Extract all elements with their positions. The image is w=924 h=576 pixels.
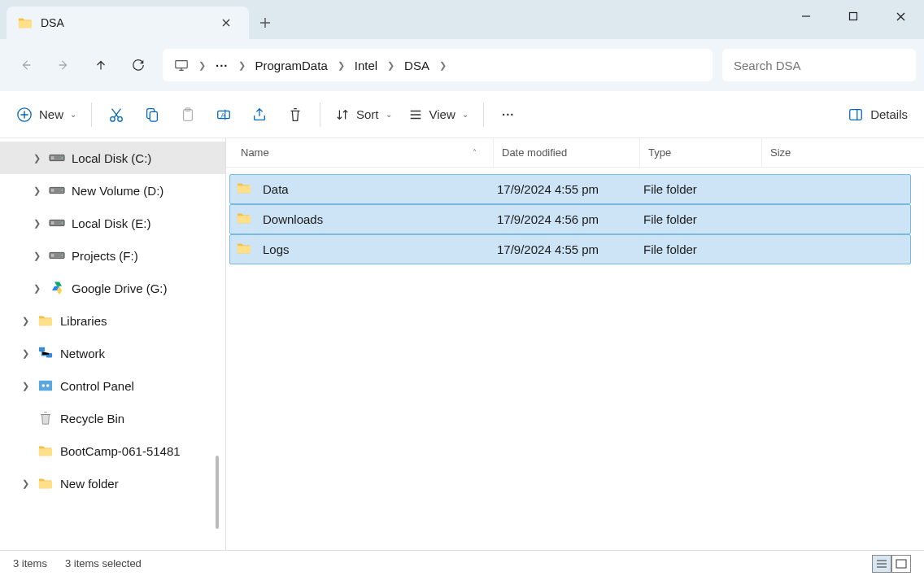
file-row[interactable]: Downloads17/9/2024 4:56 pmFile folder bbox=[229, 204, 911, 234]
column-headers: Name˄ Date modified Type Size bbox=[226, 138, 924, 168]
sidebar-item[interactable]: ❯Network bbox=[0, 337, 225, 369]
sidebar-item[interactable]: BootCamp-061-51481 bbox=[0, 434, 225, 467]
breadcrumb-segment[interactable]: Intel bbox=[348, 52, 384, 78]
separator bbox=[91, 103, 92, 127]
address-bar[interactable]: ❯ ··· ❯ ProgramData ❯ Intel ❯ DSA ❯ bbox=[163, 49, 713, 81]
svg-point-28 bbox=[46, 384, 50, 387]
folder-icon bbox=[37, 475, 54, 491]
sidebar-item-label: Network bbox=[60, 347, 105, 360]
sort-button[interactable]: Sort ⌄ bbox=[327, 98, 400, 131]
file-date: 17/9/2024 4:56 pm bbox=[497, 212, 643, 226]
tab-current[interactable]: DSA bbox=[7, 7, 249, 39]
recycle-icon bbox=[37, 410, 54, 426]
expand-icon[interactable]: ❯ bbox=[31, 283, 42, 294]
sidebar[interactable]: ❯Local Disk (C:)❯New Volume (D:)❯Local D… bbox=[0, 138, 226, 550]
sidebar-item[interactable]: ❯Libraries bbox=[0, 304, 225, 337]
folder-icon bbox=[18, 15, 33, 30]
svg-point-23 bbox=[61, 255, 63, 256]
svg-rect-0 bbox=[850, 13, 857, 20]
svg-rect-6 bbox=[150, 111, 157, 121]
folder-icon bbox=[37, 312, 54, 329]
details-view-button[interactable] bbox=[872, 555, 891, 573]
chevron-right-icon[interactable]: ❯ bbox=[195, 60, 209, 71]
view-button[interactable]: View ⌄ bbox=[400, 98, 477, 131]
pc-icon[interactable] bbox=[168, 52, 195, 78]
cut-button[interactable] bbox=[98, 98, 134, 131]
share-button[interactable] bbox=[242, 98, 277, 131]
expand-icon[interactable]: ❯ bbox=[20, 478, 31, 489]
file-row[interactable]: Data17/9/2024 4:55 pmFile folder bbox=[229, 174, 911, 204]
maximize-button[interactable] bbox=[830, 0, 877, 33]
expand-icon[interactable]: ❯ bbox=[31, 218, 42, 229]
search-box[interactable] bbox=[722, 49, 916, 81]
expand-icon[interactable]: ❯ bbox=[20, 316, 31, 326]
new-tab-button[interactable] bbox=[249, 7, 281, 39]
control-icon bbox=[37, 377, 54, 394]
chevron-right-icon[interactable]: ❯ bbox=[436, 60, 450, 71]
chevron-right-icon[interactable]: ❯ bbox=[235, 60, 249, 71]
details-button[interactable]: Details bbox=[839, 98, 916, 131]
item-count: 3 items bbox=[13, 557, 47, 569]
expand-icon[interactable]: ❯ bbox=[31, 153, 42, 164]
file-list[interactable]: Data17/9/2024 4:55 pmFile folderDownload… bbox=[226, 168, 924, 271]
folder-icon bbox=[37, 443, 54, 459]
expand-icon[interactable]: ❯ bbox=[31, 251, 42, 261]
file-type: File folder bbox=[643, 182, 765, 196]
file-type: File folder bbox=[643, 242, 765, 256]
sidebar-item-label: New folder bbox=[60, 477, 119, 491]
rename-button[interactable]: A bbox=[206, 98, 242, 131]
tab-title: DSA bbox=[41, 16, 215, 29]
scrollbar-thumb[interactable] bbox=[216, 456, 219, 529]
forward-button[interactable] bbox=[46, 47, 81, 83]
sidebar-item[interactable]: ❯Projects (F:) bbox=[0, 239, 225, 272]
sidebar-item[interactable]: ❯Local Disk (E:) bbox=[0, 207, 225, 239]
expand-icon[interactable]: ❯ bbox=[20, 381, 31, 391]
paste-button[interactable] bbox=[170, 98, 206, 131]
copy-button[interactable] bbox=[134, 98, 170, 131]
sidebar-item[interactable]: ❯Control Panel bbox=[0, 369, 225, 402]
column-size[interactable]: Size bbox=[761, 138, 924, 167]
ellipsis-icon[interactable]: ··· bbox=[209, 52, 235, 78]
column-date[interactable]: Date modified bbox=[493, 138, 639, 167]
body: ❯Local Disk (C:)❯New Volume (D:)❯Local D… bbox=[0, 138, 924, 550]
chevron-down-icon: ⌄ bbox=[386, 110, 392, 119]
breadcrumb-segment[interactable]: DSA bbox=[398, 52, 436, 78]
tab-close-button[interactable] bbox=[215, 11, 238, 34]
sidebar-item[interactable]: ❯New folder bbox=[0, 467, 225, 500]
thumbnails-view-button[interactable] bbox=[891, 555, 911, 573]
search-input[interactable] bbox=[734, 59, 904, 72]
folder-icon bbox=[237, 211, 255, 229]
navbar: ❯ ··· ❯ ProgramData ❯ Intel ❯ DSA ❯ bbox=[0, 39, 924, 91]
sidebar-item[interactable]: ❯Google Drive (G:) bbox=[0, 272, 225, 304]
svg-point-27 bbox=[42, 384, 46, 387]
delete-button[interactable] bbox=[277, 98, 313, 131]
sidebar-item-label: Control Panel bbox=[60, 379, 134, 393]
sidebar-item[interactable]: ❯Local Disk (C:) bbox=[0, 142, 225, 174]
disk-icon bbox=[49, 247, 65, 264]
details-label: Details bbox=[870, 107, 908, 121]
breadcrumb-segment[interactable]: ProgramData bbox=[249, 52, 334, 78]
sidebar-item-label: BootCamp-061-51481 bbox=[60, 444, 181, 458]
expand-icon[interactable]: ❯ bbox=[31, 185, 42, 196]
up-button[interactable] bbox=[83, 47, 119, 83]
file-row[interactable]: Logs17/9/2024 4:55 pmFile folder bbox=[229, 234, 911, 264]
chevron-right-icon[interactable]: ❯ bbox=[384, 60, 398, 71]
expand-icon[interactable]: ❯ bbox=[20, 348, 31, 359]
svg-rect-19 bbox=[51, 221, 54, 225]
more-button[interactable]: ··· bbox=[490, 98, 526, 131]
svg-rect-29 bbox=[896, 560, 906, 568]
sidebar-item[interactable]: Recycle Bin bbox=[0, 402, 225, 434]
new-button[interactable]: New ⌄ bbox=[8, 98, 85, 131]
column-type[interactable]: Type bbox=[639, 138, 761, 167]
sidebar-item-label: Recycle Bin bbox=[60, 412, 124, 425]
refresh-button[interactable] bbox=[120, 47, 156, 83]
column-name[interactable]: Name˄ bbox=[241, 146, 493, 159]
back-button[interactable] bbox=[8, 47, 44, 83]
sidebar-item[interactable]: ❯New Volume (D:) bbox=[0, 174, 225, 207]
chevron-right-icon[interactable]: ❯ bbox=[334, 60, 348, 71]
content-area: Name˄ Date modified Type Size Data17/9/2… bbox=[226, 138, 924, 550]
separator bbox=[320, 103, 320, 127]
selected-count: 3 items selected bbox=[65, 557, 142, 569]
minimize-button[interactable] bbox=[782, 0, 830, 33]
close-button[interactable] bbox=[877, 0, 924, 33]
